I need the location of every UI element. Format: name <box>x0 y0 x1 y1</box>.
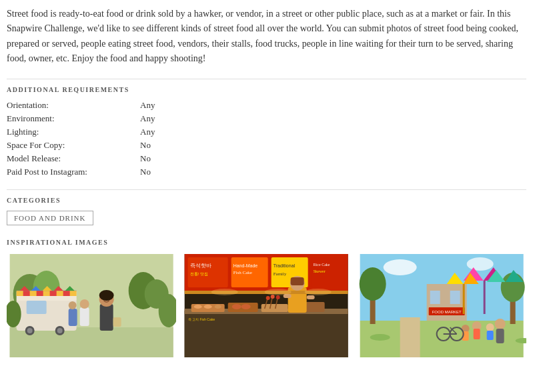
svg-rect-86 <box>450 291 460 304</box>
requirement-row: Paid Post to Instagram:No <box>7 167 526 177</box>
requirements-table: Orientation:AnyEnvironment:AnyLighting:A… <box>7 100 526 177</box>
category-tag[interactable]: FOOD AND DRINK <box>7 211 93 225</box>
svg-text:Traditional: Traditional <box>274 263 296 268</box>
svg-point-28 <box>99 290 114 301</box>
challenge-description: Street food is ready-to-eat food or drin… <box>7 7 526 67</box>
requirement-row: Space For Copy:No <box>7 140 526 151</box>
svg-point-31 <box>69 301 77 309</box>
svg-point-21 <box>27 328 33 333</box>
svg-point-56 <box>215 305 221 309</box>
svg-point-62 <box>266 296 270 300</box>
svg-rect-67 <box>291 277 304 285</box>
additional-requirements-heading: ADDITIONAL REQUIREMENTS <box>7 79 526 93</box>
svg-point-109 <box>370 334 390 341</box>
categories-heading: CATEGORIES <box>7 189 526 204</box>
requirement-value: No <box>140 153 151 164</box>
svg-rect-29 <box>113 317 121 327</box>
svg-text:즉석핫바: 즉석핫바 <box>190 263 211 269</box>
svg-point-23 <box>57 328 63 333</box>
svg-point-73 <box>265 289 292 295</box>
svg-point-76 <box>383 259 416 275</box>
svg-point-55 <box>204 305 212 309</box>
svg-rect-100 <box>486 331 493 340</box>
svg-text:Fish Cake: Fish Cake <box>233 270 252 275</box>
svg-point-63 <box>271 295 275 299</box>
requirement-value: No <box>140 140 151 151</box>
svg-text:즉 고치 Fish Cake: 즉 고치 Fish Cake <box>188 317 215 321</box>
svg-rect-104 <box>496 329 504 343</box>
svg-rect-79 <box>400 317 420 357</box>
requirement-label: Model Release: <box>7 153 140 164</box>
svg-text:FOOD MARKET: FOOD MARKET <box>432 310 461 314</box>
svg-text:Family: Family <box>274 271 287 277</box>
svg-point-81 <box>359 267 386 301</box>
svg-rect-98 <box>473 329 480 339</box>
svg-point-57 <box>232 304 241 309</box>
requirement-row: Environment:Any <box>7 113 526 124</box>
svg-point-72 <box>211 289 238 295</box>
page-content: Street food is ready-to-eat food or drin… <box>0 0 533 364</box>
requirement-row: Model Release:No <box>7 153 526 164</box>
svg-rect-12 <box>63 291 70 296</box>
requirement-label: Orientation: <box>7 100 140 111</box>
svg-point-77 <box>466 257 493 271</box>
svg-point-74 <box>305 289 332 295</box>
svg-point-58 <box>241 304 251 309</box>
additional-requirements-section: ADDITIONAL REQUIREMENTS Orientation:AnyE… <box>7 79 526 177</box>
requirement-value: Any <box>140 127 155 137</box>
svg-rect-9 <box>23 291 30 296</box>
svg-text:Hand-Made: Hand-Made <box>233 263 258 268</box>
inspirational-image-2[interactable]: 즉석핫바 전통! 맛집 Hand-Made Fish Cake Traditio… <box>181 254 351 357</box>
svg-rect-69 <box>307 295 315 299</box>
svg-point-99 <box>486 323 494 331</box>
svg-rect-91 <box>483 281 485 314</box>
svg-point-54 <box>194 305 202 309</box>
svg-rect-10 <box>37 291 43 296</box>
requirement-value: No <box>140 167 151 177</box>
requirement-label: Environment: <box>7 113 140 124</box>
svg-rect-85 <box>430 291 440 304</box>
svg-rect-30 <box>69 309 77 326</box>
requirement-row: Lighting:Any <box>7 127 526 137</box>
svg-rect-11 <box>50 291 57 296</box>
inspirational-images-section: INSPIRATIONAL IMAGES <box>7 239 526 357</box>
svg-rect-26 <box>100 304 113 331</box>
categories-section: CATEGORIES FOOD AND DRINK <box>7 189 526 225</box>
svg-text:전통! 맛집: 전통! 맛집 <box>190 272 209 276</box>
svg-point-25 <box>80 299 89 309</box>
svg-rect-19 <box>27 301 47 314</box>
inspirational-images-heading: INSPIRATIONAL IMAGES <box>7 239 526 246</box>
svg-text:Skewer: Skewer <box>314 269 326 273</box>
svg-text:Rice Cake: Rice Cake <box>314 263 330 267</box>
images-grid: 즉석핫바 전통! 맛집 Hand-Made Fish Cake Traditio… <box>7 254 526 357</box>
requirement-label: Space For Copy: <box>7 140 140 151</box>
requirement-row: Orientation:Any <box>7 100 526 111</box>
category-tags: FOOD AND DRINK <box>7 211 526 225</box>
svg-point-103 <box>494 319 505 329</box>
svg-rect-24 <box>80 307 89 326</box>
requirement-value: Any <box>140 113 155 124</box>
requirement-label: Lighting: <box>7 127 140 137</box>
inspirational-image-3[interactable]: FOOD MARKET <box>357 254 526 357</box>
requirement-value: Any <box>140 100 155 111</box>
inspirational-image-1[interactable] <box>7 254 176 357</box>
svg-point-64 <box>276 295 280 299</box>
requirement-label: Paid Post to Instagram: <box>7 167 140 177</box>
svg-rect-94 <box>462 284 464 314</box>
